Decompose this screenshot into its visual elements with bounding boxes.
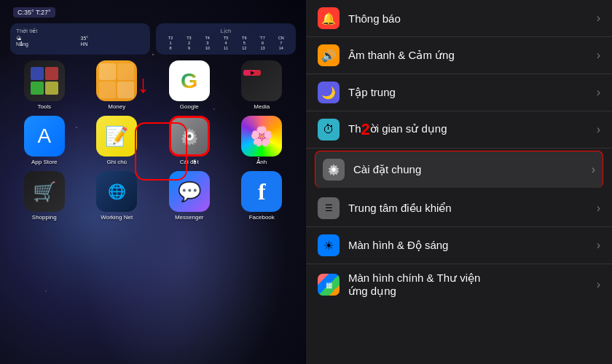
taptrung-chevron: › [597,86,600,99]
calendar-widget-title: Lịch [162,28,290,34]
thongbao-chevron: › [597,12,600,25]
app-notes-label: Ghi chú [106,159,127,165]
settings-item-thoigian[interactable]: ⏱ Th2ời gian sử dụng › [306,111,612,149]
right-panel: 🔔 Thông báo › 🔊 Âm thanh & Cảm ứng › 🌙 T… [306,0,612,364]
trungtam-chevron: › [597,202,600,215]
caildatchung-label: Cài đặt chung [353,163,583,176]
app-appstore[interactable]: A App Store [10,116,79,165]
app-google-label: Google [180,103,199,110]
taptrung-icon: 🌙 [318,82,340,103]
app-facebook-label: Facebook [249,214,275,221]
settings-item-manhinhchinh[interactable]: ▦ Màn hình chính & Thư việnứng dụng › [306,264,612,305]
trungtam-label: Trung tâm điều khiển [348,202,588,215]
thongbao-icon: 🔔 [318,7,340,29]
app-shopping-label: Shopping [32,214,57,221]
thoigian-chevron: › [597,123,600,136]
app-photos-label: Ảnh [256,159,267,165]
app-tools[interactable]: Tools [10,60,79,110]
thoigian-icon: ⏱ [318,119,340,141]
manhinh-icon: ☀ [318,234,340,256]
annotation-arrow-1: ↓ [137,71,149,96]
status-bar: C:35° T:27° [7,4,299,20]
amthanh-icon: 🔊 [318,44,340,66]
trungtam-icon: ☰ [318,197,340,219]
weather-widget-title: Thời tiết [16,28,144,34]
settings-item-taptrung[interactable]: 🌙 Tập trung › [306,74,612,111]
calendar-widget: Lịch T2T3T4T5T6T7CN 1234567 891011121314 [156,23,296,55]
settings-item-trungtam[interactable]: ☰ Trung tâm điều khiển › [306,190,612,227]
manhinhchinh-label: Màn hình chính & Thư việnứng dụng [348,272,588,298]
caildatchung-icon [323,159,345,181]
app-grid-row1: Tools Money G Google [7,60,299,110]
annotation-number-2: 2 [361,120,370,138]
app-workingnet-label: Working Net [101,214,133,221]
settings-list: 🔔 Thông báo › 🔊 Âm thanh & Cảm ứng › 🌙 T… [306,0,612,364]
caildatchung-chevron: › [592,163,595,176]
app-appstore-label: App Store [31,159,58,165]
manhinh-label: Màn hình & Độ sáng [348,239,588,252]
app-money-label: Money [108,103,125,110]
calendar-grid: T2T3T4T5T6T7CN 1234567 891011121314 [162,36,290,50]
app-facebook[interactable]: f Facebook [228,171,297,221]
home-content: C:35° T:27° Thời tiết 🌤 35° Nắng HN Lịch… [0,0,306,231]
svg-point-2 [187,134,191,138]
amthanh-chevron: › [597,49,600,62]
taptrung-label: Tập trung [348,86,588,99]
left-panel: C:35° T:27° Thời tiết 🌤 35° Nắng HN Lịch… [0,0,306,364]
app-photos[interactable]: 🌸 Ảnh [228,116,297,165]
settings-item-wrapper-caildatchung: Cài đặt chung › [306,149,612,190]
widget-row: Thời tiết 🌤 35° Nắng HN Lịch T2T3T4T5T6T… [7,23,299,55]
manhinh-chevron: › [597,239,600,252]
amthanh-label: Âm thanh & Cảm ứng [348,49,588,62]
app-media-label: Media [254,103,270,110]
thongbao-label: Thông báo [348,12,588,25]
settings-item-caildatchung[interactable]: Cài đặt chung › [315,151,603,188]
app-shopping[interactable]: 🛒 Shopping [10,171,79,221]
settings-item-manhinh[interactable]: ☀ Màn hình & Độ sáng › [306,227,612,264]
settings-item-amthanh[interactable]: 🔊 Âm thanh & Cảm ứng › [306,37,612,74]
weather-widget-content: 🌤 35° Nắng HN [16,36,144,47]
app-messenger-label: Messenger [175,214,204,221]
app-google[interactable]: G Google [155,60,224,110]
manhinhchinh-chevron: › [597,278,600,291]
settings-highlight-box [135,122,187,181]
app-media[interactable]: ▶ Media [228,60,297,110]
manhinhchinh-icon: ▦ [318,274,340,296]
weather-widget: Thời tiết 🌤 35° Nắng HN [10,23,150,55]
settings-item-thongbao[interactable]: 🔔 Thông báo › [306,0,612,37]
temperature-display: C:35° T:27° [13,7,55,17]
thoigian-label: Th2ời gian sử dụng [348,120,588,139]
app-tools-label: Tools [37,103,51,110]
